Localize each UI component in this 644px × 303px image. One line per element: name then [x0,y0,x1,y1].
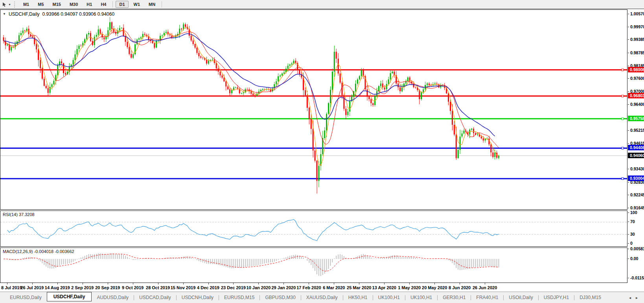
date-tick [83,283,83,285]
timeframe-button-m5[interactable]: M5 [34,1,47,8]
date-label: 20 May 2020 [422,285,447,290]
axis-tick [628,143,629,144]
level-handle[interactable] [622,147,624,149]
axis-tick [628,169,629,169]
chart-tab-xauusd[interactable]: XAUUSD,Daily [301,294,343,301]
axis-tick [628,53,629,53]
axis-tick [628,208,629,208]
date-tick [283,283,284,285]
date-tick [434,283,435,285]
ma-red-line[interactable] [4,31,499,148]
toolbar-grip[interactable] [14,2,16,7]
chart-tab-usoil[interactable]: USOil,Daily [504,294,538,301]
timeframe-button-d1[interactable]: D1 [116,1,128,8]
candle-wicks-down [4,22,497,194]
date-label: 29 Jan 2020 [272,285,296,290]
timeframe-button-h1[interactable]: H1 [83,1,96,8]
chart-tab-audusd[interactable]: AUDUSD,Daily [92,294,134,301]
cursor-tool-button[interactable]: ▼ [0,0,13,9]
price-axis-label: 0.99385 [630,37,644,42]
date-tick [133,283,133,285]
axis-tick [628,91,629,92]
axis-tick [628,78,629,79]
date-label: 25 Mar 2020 [347,285,371,290]
axis-tick [628,278,629,278]
date-label: 17 Feb 2020 [296,285,321,290]
chart-tab-uk100[interactable]: UK100,H1 [373,294,405,301]
rsi-pane[interactable]: RSI(14) 37.3208 [0,211,627,247]
date-label: 13 Apr 2020 [372,285,396,290]
timeframe-button-m30[interactable]: M30 [66,1,81,8]
date-label: 8 Jun 2020 [449,285,471,290]
chart-tab-usdjpy[interactable]: USDJPY,H1 [539,294,574,301]
rsi-axis-label: 70 [630,219,635,224]
date-label: 8 Jul 2019 [1,285,22,290]
chart-tab-usdchf[interactable]: USDCHF,Daily [47,292,92,301]
axis-tick [628,234,629,235]
price-axis-label: 0.93430 [630,166,644,172]
date-label: 9 Oct 2019 [122,285,144,290]
price-axis-label: 0.98785 [630,50,644,55]
date-label: 28 Oct 2019 [146,285,170,290]
timeframe-button-h4[interactable]: H4 [97,1,110,8]
date-label: 6 Mar 2020 [323,285,345,290]
level-price-tag: 0.98008 [628,67,644,72]
date-tick [409,283,410,285]
axis-tick [628,14,629,14]
axis-tick [628,212,629,213]
macd-canvas[interactable] [0,248,627,283]
date-tick [32,283,33,285]
date-label: 4 Dec 2019 [197,285,219,290]
timeframe-button-mn[interactable]: MN [145,1,159,8]
cursor-tool-icon [2,2,7,7]
rsi-label: RSI(14) 37.3208 [3,212,35,217]
chart-tab-dj30[interactable]: DJ30,M15 [574,294,606,301]
tab-scroll-buttons: ◂ ▸ [629,296,638,300]
chart-tab-fra40[interactable]: FRA40,H1 [471,294,503,301]
level-handle[interactable] [622,118,624,120]
chart-tab-ger30[interactable]: GER30,H1 [438,294,471,301]
chart-tab-hk50[interactable]: HK50,H1 [343,294,373,301]
axis-tick [628,249,629,249]
chart-tab-eurusd[interactable]: EURUSD,M15 [219,294,259,301]
axis-tick [628,182,629,183]
rsi-canvas[interactable] [0,211,627,246]
date-tick [183,283,184,285]
price-pane[interactable]: ▼ USDCHF,Daily 0.93966 0.94097 0.93906 0… [0,9,627,210]
price-chart-canvas[interactable] [0,10,627,209]
rsi-axis-label: 100 [630,210,637,215]
level-handle[interactable] [622,69,624,71]
candle-wicks-up [7,17,499,187]
timeframe-button-w1[interactable]: W1 [130,1,144,8]
chart-tab-gbpusd[interactable]: GBPUSD,M30 [260,294,300,301]
price-axis[interactable]: 1.005700.999700.993850.987850.981850.976… [628,9,644,283]
symbol-dropdown-icon[interactable]: ▼ [3,13,6,16]
level-price-tag: 0.96803 [628,93,644,98]
level-handle[interactable] [622,95,624,97]
date-label: 26 Jun 2020 [473,285,497,290]
chart-tab-eurusd[interactable]: EURUSD,Daily [5,294,47,301]
chart-tab-uk100[interactable]: UK100,H1 [405,294,437,301]
axis-tick [628,27,629,27]
macd-pane[interactable]: MACD(12,26,9) -0.004018 -0.003662 [0,248,627,283]
date-tick [233,283,234,285]
price-axis-label: 0.95215 [630,128,644,133]
current-price-tag: 0.94060 [628,153,644,158]
timeframe-button-m1[interactable]: M1 [20,1,33,8]
axis-tick [628,104,629,105]
chart-tab-usdcnh[interactable]: USDCNH,Daily [177,294,219,301]
date-tick [258,283,259,285]
date-axis[interactable]: 8 Jul 201926 Jul 201914 Aug 20192 Sep 20… [0,283,644,292]
tab-scroll-left-icon[interactable]: ◂ [629,296,631,300]
rsi-axis-label: 0 [630,241,633,246]
macd-axis-label: -0.011514 [630,275,644,281]
tab-scroll-right-icon[interactable]: ▸ [636,296,638,300]
chart-tab-usdcad[interactable]: USDCAD,Daily [134,294,176,301]
price-axis-label: 0.97600 [630,76,644,81]
timeframe-button-m15[interactable]: M15 [49,1,64,8]
toolbar-separator [112,1,113,7]
date-label: 1 May 2020 [398,285,421,290]
level-handle[interactable] [622,178,624,180]
date-tick [108,283,108,285]
level-price-tag: 0.94408 [628,145,644,150]
